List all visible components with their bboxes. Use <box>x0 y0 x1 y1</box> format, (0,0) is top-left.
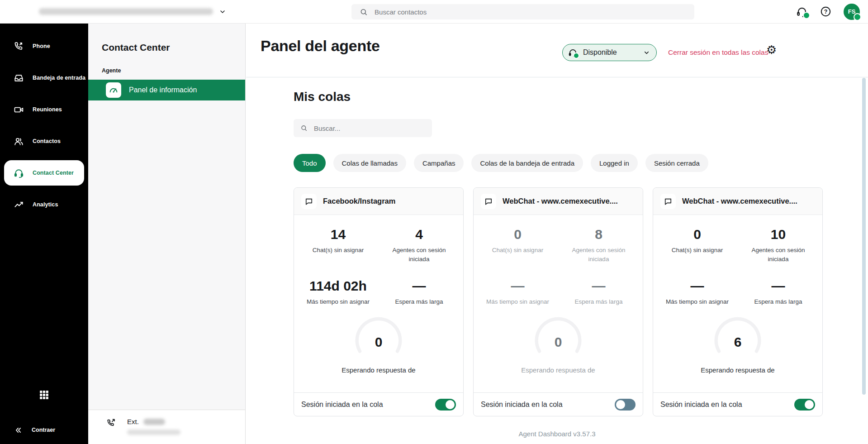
analytics-icon <box>14 200 24 210</box>
stat-value: — <box>738 278 819 294</box>
queue-card: Facebook/Instagram 14Chat(s) sin asignar… <box>294 187 464 416</box>
queue-search[interactable] <box>294 119 432 137</box>
chevron-down-icon <box>219 8 226 15</box>
stat: 8Agentes con sesión iniciada <box>558 227 639 264</box>
app-version: Agent Dashboard v3.57.3 <box>246 430 868 438</box>
filter-chip-logged-out[interactable]: Sesión cerrada <box>645 154 708 172</box>
queue-search-input[interactable] <box>313 124 432 133</box>
gauge-value: 0 <box>342 334 415 350</box>
sidebar-item-label: Analytics <box>33 201 58 208</box>
org-name-redacted <box>39 8 213 15</box>
phone-number-redacted <box>127 430 180 435</box>
stat: 4Agentes con sesión iniciada <box>379 227 460 264</box>
queue-card-footer: Sesión iniciada en la cola <box>653 392 822 416</box>
ext-label: Ext. <box>127 418 139 425</box>
gauge-value: 0 <box>522 334 594 350</box>
filter-chip-inbox-queues[interactable]: Colas de la bandeja de entrada <box>471 154 583 172</box>
queue-title: WebChat - www.cemexecutive.... <box>503 197 618 205</box>
stat-label: Más tiempo sin asignar <box>298 297 379 306</box>
stat-value: — <box>379 278 460 294</box>
phone-icon <box>14 41 24 52</box>
agent-status-button[interactable] <box>796 6 808 18</box>
queue-title: WebChat - www.cemexecutive.... <box>682 197 797 205</box>
queue-login-toggle[interactable] <box>435 399 456 411</box>
queue-stats: 14Chat(s) sin asignar 4Agentes con sesió… <box>294 215 463 306</box>
sidebar-item-phone[interactable]: Phone <box>0 30 88 62</box>
collapse-sidebar-button[interactable]: Contraer <box>0 416 88 444</box>
extension-info: Ext. <box>127 418 180 444</box>
status-label: Disponible <box>583 48 638 57</box>
global-search-input[interactable] <box>374 8 694 16</box>
sidebar-item-contact-center[interactable]: Contact Center <box>4 160 84 186</box>
chat-bubble-icon <box>660 194 676 209</box>
queue-title: Facebook/Instagram <box>323 197 395 205</box>
stat-value: — <box>477 278 558 294</box>
inbox-icon <box>14 73 24 83</box>
stat-value: — <box>657 278 738 294</box>
filter-chip-campaigns[interactable]: Campañas <box>414 154 464 172</box>
stat: —Más tiempo sin asignar <box>657 278 738 306</box>
scrollbar[interactable] <box>862 78 866 395</box>
stat-label: Chat(s) sin asignar <box>298 246 379 255</box>
sidebar-item-label: Reuniones <box>33 106 62 113</box>
video-camera-icon <box>14 105 24 115</box>
sidebar-item-meetings[interactable]: Reuniones <box>0 94 88 125</box>
search-icon <box>300 124 308 132</box>
logout-all-queues-link[interactable]: Cerrar sesión en todas las colas <box>668 48 768 57</box>
stat: —Espera más larga <box>738 278 819 306</box>
stat-value: — <box>558 278 639 294</box>
toggle-knob <box>805 400 814 409</box>
stat-label: Espera más larga <box>379 297 460 306</box>
apps-grid-button[interactable] <box>38 389 50 401</box>
queue-stats: 0Chat(s) sin asignar 10Agentes con sesió… <box>653 215 822 306</box>
stat-value: 4 <box>379 227 460 243</box>
stat-label: Más tiempo sin asignar <box>477 297 558 306</box>
stat: 10Agentes con sesión iniciada <box>738 227 819 264</box>
sidebar-item-analytics[interactable]: Analytics <box>0 189 88 220</box>
stat-label: Chat(s) sin asignar <box>657 246 738 255</box>
gauge-value: 6 <box>702 334 774 350</box>
help-button[interactable]: ? <box>820 6 831 17</box>
queue-login-toggle[interactable] <box>615 399 636 411</box>
stat-value: 8 <box>558 227 639 243</box>
filter-chip-call-queues[interactable]: Colas de llamadas <box>333 154 406 172</box>
toggle-label: Sesión iniciada en la cola <box>481 401 563 409</box>
avatar[interactable]: FS <box>844 4 860 20</box>
stat-label: Chat(s) sin asignar <box>477 246 558 255</box>
stat: —Más tiempo sin asignar <box>477 278 558 306</box>
stat-value: 114d 02h <box>298 278 379 294</box>
sidebar-item-dashboard[interactable]: Panel de información <box>88 80 245 100</box>
gauge-label: Esperando respuesta de <box>521 366 595 374</box>
sidebar-item-label: Bandeja de entrada <box>33 75 85 81</box>
global-search[interactable] <box>351 4 694 19</box>
stat: —Espera más larga <box>558 278 639 306</box>
sidebar-item-label: Phone <box>33 43 50 49</box>
queue-card-header: Facebook/Instagram <box>294 188 463 215</box>
sidebar-item-label: Contactos <box>33 138 61 144</box>
apps-grid-icon <box>38 389 50 401</box>
filter-chip-logged-in[interactable]: Logged in <box>591 154 638 172</box>
headset-icon <box>568 48 578 57</box>
stat: 0Chat(s) sin asignar <box>657 227 738 264</box>
filter-chip-todo[interactable]: Todo <box>294 154 326 172</box>
toggle-knob <box>446 400 455 409</box>
queue-card-footer: Sesión iniciada en la cola <box>474 392 643 416</box>
chat-bubble-icon <box>301 194 317 209</box>
stat: —Espera más larga <box>379 278 460 306</box>
stat-value: 14 <box>298 227 379 243</box>
avatar-status-dot <box>854 13 861 21</box>
awaiting-reply-gauge: 0 Esperando respuesta de <box>294 315 463 374</box>
chevron-down-icon <box>643 49 650 56</box>
stat-label: Agentes con sesión iniciada <box>379 246 460 264</box>
org-switcher[interactable] <box>39 0 226 23</box>
sidebar-item-inbox[interactable]: Bandeja de entrada <box>0 62 88 94</box>
settings-gear-icon[interactable]: ⚙ <box>766 43 777 57</box>
toggle-label: Sesión iniciada en la cola <box>301 401 383 409</box>
sidebar-section-label: Agente <box>88 53 245 80</box>
gauge-label: Esperando respuesta de <box>342 366 415 374</box>
queue-login-toggle[interactable] <box>794 399 815 411</box>
agent-status-dropdown[interactable]: Disponible <box>562 44 657 61</box>
awaiting-reply-gauge: 6 Esperando respuesta de <box>653 315 822 374</box>
queue-cards: Facebook/Instagram 14Chat(s) sin asignar… <box>294 187 823 416</box>
sidebar-item-contacts[interactable]: Contactos <box>0 125 88 157</box>
